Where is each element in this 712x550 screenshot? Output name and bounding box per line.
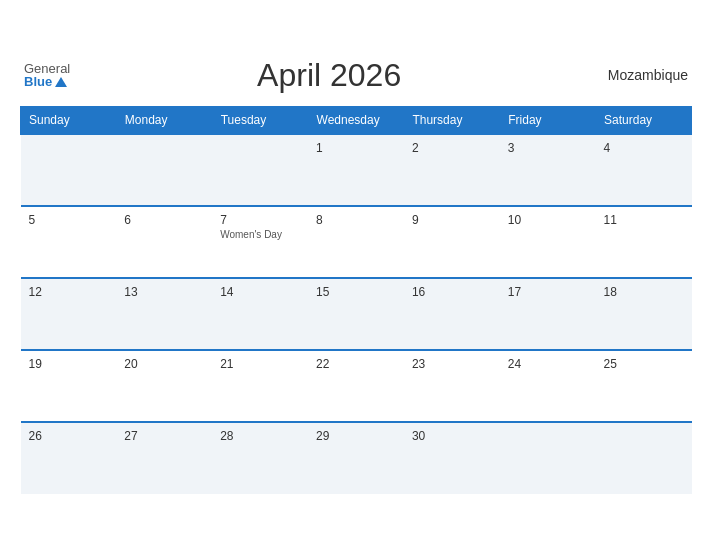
calendar-week-row: 567Women's Day891011	[21, 206, 692, 278]
calendar-week-row: 19202122232425	[21, 350, 692, 422]
day-number: 8	[316, 213, 396, 227]
calendar-cell: 29	[308, 422, 404, 494]
calendar-cell: 7Women's Day	[212, 206, 308, 278]
col-sunday: Sunday	[21, 106, 117, 134]
calendar-cell: 12	[21, 278, 117, 350]
col-tuesday: Tuesday	[212, 106, 308, 134]
calendar-cell: 21	[212, 350, 308, 422]
calendar-cell	[212, 134, 308, 206]
day-number: 3	[508, 141, 588, 155]
col-monday: Monday	[116, 106, 212, 134]
day-number: 24	[508, 357, 588, 371]
col-saturday: Saturday	[596, 106, 692, 134]
calendar-week-row: 1234	[21, 134, 692, 206]
calendar-cell: 18	[596, 278, 692, 350]
calendar-cell	[596, 422, 692, 494]
day-number: 28	[220, 429, 300, 443]
day-number: 4	[604, 141, 684, 155]
day-number: 19	[29, 357, 109, 371]
calendar-week-row: 12131415161718	[21, 278, 692, 350]
day-number: 10	[508, 213, 588, 227]
calendar-cell: 26	[21, 422, 117, 494]
day-number: 18	[604, 285, 684, 299]
calendar-cell: 9	[404, 206, 500, 278]
day-number: 16	[412, 285, 492, 299]
calendar-cell: 5	[21, 206, 117, 278]
day-number: 20	[124, 357, 204, 371]
calendar-cell: 28	[212, 422, 308, 494]
event-label: Women's Day	[220, 229, 300, 240]
day-number: 29	[316, 429, 396, 443]
calendar-cell: 22	[308, 350, 404, 422]
day-number: 15	[316, 285, 396, 299]
calendar-cell: 2	[404, 134, 500, 206]
calendar-cell	[500, 422, 596, 494]
day-number: 23	[412, 357, 492, 371]
calendar-cell: 13	[116, 278, 212, 350]
day-number: 7	[220, 213, 300, 227]
calendar-cell: 3	[500, 134, 596, 206]
calendar-cell: 8	[308, 206, 404, 278]
calendar-title: April 2026	[70, 57, 588, 94]
col-wednesday: Wednesday	[308, 106, 404, 134]
day-number: 25	[604, 357, 684, 371]
day-number: 11	[604, 213, 684, 227]
col-thursday: Thursday	[404, 106, 500, 134]
day-number: 6	[124, 213, 204, 227]
day-number: 13	[124, 285, 204, 299]
logo-triangle-icon	[55, 77, 67, 87]
day-number: 2	[412, 141, 492, 155]
day-number: 5	[29, 213, 109, 227]
calendar-cell: 10	[500, 206, 596, 278]
calendar-table: Sunday Monday Tuesday Wednesday Thursday…	[20, 106, 692, 494]
calendar-cell: 24	[500, 350, 596, 422]
day-number: 14	[220, 285, 300, 299]
calendar-cell	[21, 134, 117, 206]
calendar-header: General Blue April 2026 Mozambique	[20, 57, 692, 94]
calendar-cell: 17	[500, 278, 596, 350]
calendar-body: 1234567Women's Day8910111213141516171819…	[21, 134, 692, 494]
logo-blue-text: Blue	[24, 75, 67, 88]
day-number: 21	[220, 357, 300, 371]
day-number: 17	[508, 285, 588, 299]
calendar-cell: 11	[596, 206, 692, 278]
logo: General Blue	[24, 62, 70, 88]
calendar-cell	[116, 134, 212, 206]
calendar-cell: 23	[404, 350, 500, 422]
day-number: 1	[316, 141, 396, 155]
day-number: 27	[124, 429, 204, 443]
calendar-cell: 15	[308, 278, 404, 350]
country-label: Mozambique	[588, 67, 688, 83]
day-number: 9	[412, 213, 492, 227]
weekday-header-row: Sunday Monday Tuesday Wednesday Thursday…	[21, 106, 692, 134]
day-number: 30	[412, 429, 492, 443]
calendar-cell: 6	[116, 206, 212, 278]
day-number: 22	[316, 357, 396, 371]
calendar-week-row: 2627282930	[21, 422, 692, 494]
col-friday: Friday	[500, 106, 596, 134]
calendar-container: General Blue April 2026 Mozambique Sunda…	[10, 47, 702, 504]
calendar-cell: 27	[116, 422, 212, 494]
day-number: 26	[29, 429, 109, 443]
calendar-thead: Sunday Monday Tuesday Wednesday Thursday…	[21, 106, 692, 134]
calendar-cell: 4	[596, 134, 692, 206]
calendar-cell: 14	[212, 278, 308, 350]
calendar-cell: 20	[116, 350, 212, 422]
calendar-cell: 1	[308, 134, 404, 206]
day-number: 12	[29, 285, 109, 299]
calendar-cell: 25	[596, 350, 692, 422]
calendar-cell: 30	[404, 422, 500, 494]
calendar-cell: 16	[404, 278, 500, 350]
calendar-cell: 19	[21, 350, 117, 422]
